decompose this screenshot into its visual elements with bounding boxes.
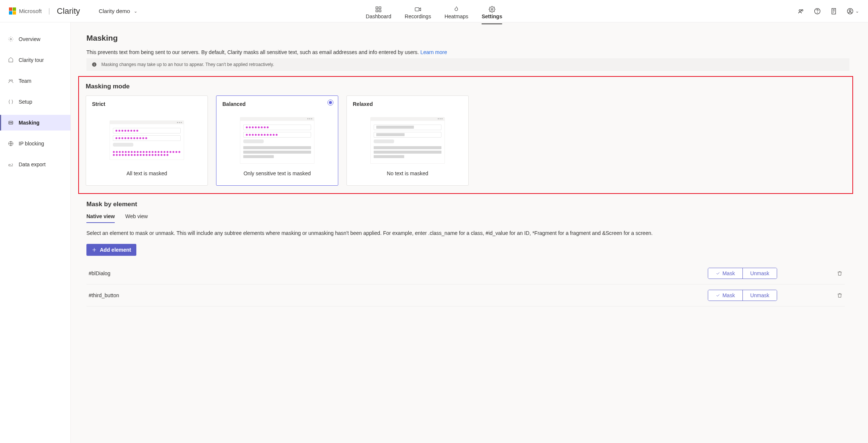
team-icon — [7, 78, 14, 84]
nav-heatmaps[interactable]: Heatmaps — [444, 3, 468, 19]
flag-icon — [7, 57, 14, 63]
mask-toggle-group: Mask Unmask — [708, 290, 777, 301]
sidebar-item-tour[interactable]: Clarity tour — [0, 52, 70, 68]
brand-block: Microsoft | Clarity — [9, 6, 80, 16]
info-icon — [92, 62, 97, 67]
mask-by-element-title: Mask by element — [86, 201, 845, 208]
people-icon[interactable] — [797, 7, 805, 15]
masking-mode-title: Masking mode — [86, 83, 846, 90]
add-element-button[interactable]: Add element — [86, 244, 136, 256]
svg-point-12 — [10, 38, 12, 40]
mask-by-element-desc: Select an element to mask or unmask. Thi… — [86, 229, 845, 237]
radio-selected-icon — [327, 100, 333, 106]
braces-icon — [7, 98, 14, 105]
svg-point-7 — [801, 9, 803, 11]
sidebar-item-ipblocking[interactable]: IP blocking — [0, 136, 70, 151]
element-selector: #blDialog — [89, 270, 110, 276]
unmask-button[interactable]: Unmask — [743, 290, 777, 301]
settings-sidebar: Overview Clarity tour Team Setup Masking… — [0, 22, 71, 443]
mode-caption: Only sensitive text is masked — [222, 170, 332, 176]
nav-settings-label: Settings — [482, 13, 502, 19]
delete-row-button[interactable] — [837, 270, 843, 276]
mode-caption: All text is masked — [92, 170, 202, 176]
mode-card-strict[interactable]: Strict — [86, 95, 208, 186]
tab-native-view[interactable]: Native view — [86, 213, 115, 223]
mode-illustration — [353, 112, 462, 168]
flame-icon — [453, 6, 460, 13]
brand-app-text: Clarity — [57, 6, 80, 16]
mode-card-relaxed[interactable]: Relaxed — [346, 95, 469, 186]
svg-rect-3 — [379, 10, 381, 12]
nav-dashboard[interactable]: Dashboard — [366, 3, 392, 19]
learn-more-link[interactable]: Learn more — [420, 49, 447, 55]
project-name: Clarity demo — [99, 8, 130, 14]
svg-rect-2 — [376, 10, 378, 12]
page-title: Masking — [86, 34, 849, 43]
tab-web-view[interactable]: Web view — [125, 213, 148, 223]
add-element-label: Add element — [100, 247, 131, 253]
sidebar-item-setup[interactable]: Setup — [0, 94, 70, 110]
svg-point-14 — [11, 80, 13, 81]
mask-by-element-section: Mask by element Native view Web view Sel… — [78, 201, 853, 307]
nav-heatmaps-label: Heatmaps — [444, 13, 468, 19]
alert-text: Masking changes may take up to an hour t… — [101, 62, 274, 67]
svg-point-6 — [799, 9, 801, 11]
account-icon[interactable]: ⌄ — [846, 7, 859, 15]
help-icon[interactable] — [814, 7, 821, 15]
brand-ms-text: Microsoft — [19, 8, 42, 14]
mask-button[interactable]: Mask — [708, 290, 742, 301]
sidebar-item-masking[interactable]: Masking — [0, 115, 70, 131]
sidebar-label: Masking — [19, 120, 39, 126]
masking-mode-cards: Strict — [86, 95, 846, 186]
note-icon[interactable] — [830, 7, 837, 15]
page-description: This prevents text from being sent to ou… — [86, 49, 849, 55]
dashboard-icon — [375, 6, 382, 13]
microsoft-logo-icon — [9, 7, 16, 15]
sidebar-label: Clarity tour — [19, 57, 44, 63]
element-row: #third_button Mask Unmask — [86, 285, 845, 307]
mode-card-balanced[interactable]: Balanced — [216, 95, 338, 186]
check-icon — [716, 271, 720, 276]
sidebar-label: IP blocking — [19, 141, 44, 147]
svg-point-17 — [11, 122, 12, 123]
masking-mode-section-highlight: Masking mode Strict — [78, 76, 853, 194]
svg-rect-4 — [415, 7, 419, 11]
check-icon — [716, 293, 720, 298]
gear-icon — [7, 36, 14, 43]
svg-point-9 — [817, 12, 818, 13]
mask-button[interactable]: Mask — [708, 268, 742, 279]
mode-illustration — [92, 112, 202, 168]
svg-point-13 — [9, 80, 10, 81]
unmask-button[interactable]: Unmask — [743, 268, 777, 279]
sidebar-item-team[interactable]: Team — [0, 73, 70, 89]
svg-rect-15 — [9, 121, 13, 124]
export-icon — [7, 161, 14, 168]
sidebar-label: Team — [19, 78, 31, 84]
top-nav: Dashboard Recordings Heatmaps Settings — [366, 3, 502, 19]
delete-row-button[interactable] — [837, 292, 843, 298]
sidebar-label: Data export — [19, 161, 45, 167]
globe-icon — [7, 140, 14, 147]
sidebar-label: Setup — [19, 99, 32, 105]
nav-recordings[interactable]: Recordings — [405, 3, 431, 19]
svg-point-11 — [849, 9, 851, 11]
svg-rect-0 — [376, 7, 378, 9]
mask-toggle-group: Mask Unmask — [708, 268, 777, 279]
svg-point-5 — [491, 8, 493, 10]
nav-settings[interactable]: Settings — [482, 3, 502, 19]
mode-card-title: Balanced — [222, 101, 332, 107]
chevron-down-icon: ⌄ — [134, 9, 137, 14]
app-header: Microsoft | Clarity Clarity demo ⌄ Dashb… — [0, 0, 868, 22]
svg-rect-20 — [94, 64, 94, 66]
svg-point-21 — [94, 63, 94, 63]
project-selector[interactable]: Clarity demo ⌄ — [99, 8, 137, 14]
plus-icon — [92, 247, 97, 252]
sidebar-item-dataexport[interactable]: Data export — [0, 157, 70, 172]
sidebar-item-overview[interactable]: Overview — [0, 31, 70, 47]
brand-divider: | — [48, 7, 50, 15]
svg-rect-1 — [379, 7, 381, 9]
gear-icon — [489, 6, 495, 13]
sidebar-label: Overview — [19, 36, 40, 42]
nav-dashboard-label: Dashboard — [366, 13, 392, 19]
element-selector: #third_button — [89, 292, 119, 298]
